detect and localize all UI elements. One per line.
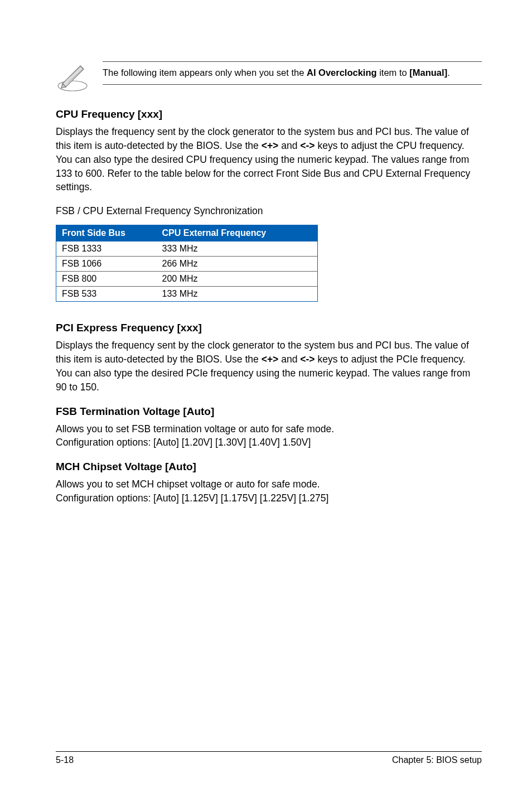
note-bold-2: [Manual] — [409, 67, 447, 78]
table-cell: FSB 533 — [56, 287, 157, 302]
note-mid: item to — [377, 67, 410, 78]
table-header-fsb: Front Side Bus — [56, 225, 157, 241]
table-row: FSB 1066 266 MHz — [56, 257, 318, 272]
cpu-key-plus: <+> — [262, 140, 279, 151]
table-cell: 266 MHz — [157, 257, 318, 272]
note-box: The following item appears only when you… — [56, 61, 482, 93]
footer-chapter: Chapter 5: BIOS setup — [392, 755, 482, 765]
table-row: FSB 1333 333 MHz — [56, 241, 318, 257]
footer-page-number: 5-18 — [56, 755, 74, 765]
heading-cpu-frequency: CPU Frequency [xxx] — [56, 108, 482, 120]
paragraph-pci-express: Displays the frequency sent by the clock… — [56, 339, 482, 394]
heading-fsb-termination: FSB Termination Voltage [Auto] — [56, 405, 482, 418]
table-header-cpu-ext: CPU External Frequency — [157, 225, 318, 241]
table-cell: 200 MHz — [157, 272, 318, 287]
pcie-mid: and — [278, 354, 300, 365]
cpu-mid: and — [278, 140, 300, 151]
table-cell: 333 MHz — [157, 241, 318, 257]
table-cell: FSB 800 — [56, 272, 157, 287]
fsb-term-line1: Allows you to set FSB termination voltag… — [56, 423, 334, 434]
page-content: The following item appears only when you… — [0, 0, 532, 505]
pcie-key-minus: <-> — [300, 354, 315, 365]
table-cell: 133 MHz — [157, 287, 318, 302]
table-cell: FSB 1333 — [56, 241, 157, 257]
heading-mch-chipset: MCH Chipset Voltage [Auto] — [56, 461, 482, 473]
table-cell: FSB 1066 — [56, 257, 157, 272]
paragraph-mch-chipset: Allows you to set MCH chipset voltage or… — [56, 477, 482, 505]
table-caption: FSB / CPU External Frequency Synchroniza… — [56, 205, 482, 217]
paragraph-cpu-frequency: Displays the frequency sent by the clock… — [56, 125, 482, 194]
note-text: The following item appears only when you… — [103, 61, 482, 85]
page-footer: 5-18 Chapter 5: BIOS setup — [56, 751, 482, 765]
note-bold-1: AI Overclocking — [307, 67, 377, 78]
table-header-row: Front Side Bus CPU External Frequency — [56, 225, 318, 241]
pcie-key-plus: <+> — [262, 354, 279, 365]
table-row: FSB 800 200 MHz — [56, 272, 318, 287]
fsb-table: Front Side Bus CPU External Frequency FS… — [56, 225, 318, 302]
cpu-key-minus: <-> — [300, 140, 315, 151]
mch-line2: Configuration options: [Auto] [1.125V] [… — [56, 492, 328, 504]
note-suffix: . — [447, 67, 450, 78]
pen-note-icon — [56, 61, 89, 93]
mch-line1: Allows you to set MCH chipset voltage or… — [56, 479, 320, 490]
fsb-term-line2: Configuration options: [Auto] [1.20V] [1… — [56, 437, 311, 448]
heading-pci-express: PCI Express Frequency [xxx] — [56, 322, 482, 334]
paragraph-fsb-termination: Allows you to set FSB termination voltag… — [56, 422, 482, 450]
note-prefix: The following item appears only when you… — [103, 67, 307, 78]
table-row: FSB 533 133 MHz — [56, 287, 318, 302]
